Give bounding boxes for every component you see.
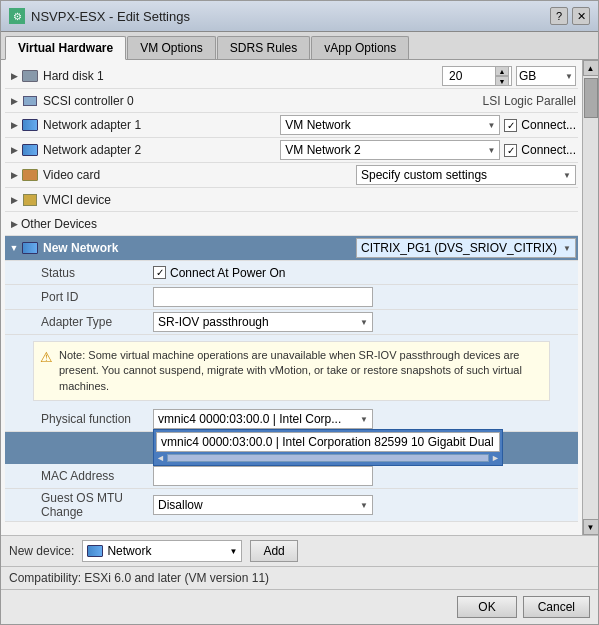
horizontal-scrollbar[interactable] (167, 454, 489, 462)
adapter-type-arrow: ▼ (360, 318, 368, 327)
other-devices-label: Other Devices (21, 217, 576, 231)
vmci-expand[interactable]: ▶ (7, 195, 21, 205)
physical-function-label: Physical function (33, 412, 153, 426)
vmci-icon (21, 193, 39, 207)
vertical-scrollbar: ▲ ▼ (582, 60, 598, 535)
content-area: ▶ Hard disk 1 20 ▲ ▼ GB ▼ (1, 60, 598, 535)
device-type-label: Network (107, 544, 151, 558)
scsi-controller-row: ▶ SCSI controller 0 LSI Logic Parallel (5, 89, 578, 113)
scsi-icon (21, 94, 39, 108)
scroll-right-arrow[interactable]: ► (491, 453, 500, 463)
adapter-type-row: Adapter Type SR-IOV passthrough ▼ (5, 310, 578, 335)
scroll-thumb[interactable] (584, 78, 598, 118)
app-icon: ⚙ (9, 8, 25, 24)
other-expand[interactable]: ▶ (7, 219, 21, 229)
bottom-device-bar: New device: Network ▼ Add (1, 535, 598, 566)
status-checkbox[interactable] (153, 266, 166, 279)
video-select[interactable]: Specify custom settings ▼ (356, 165, 576, 185)
net2-expand[interactable]: ▶ (7, 145, 21, 155)
net1-connect-label: Connect... (521, 118, 576, 132)
status-control: Connect At Power On (153, 266, 285, 280)
device-dropdown-arrow: ▼ (229, 547, 237, 556)
net2-checkbox[interactable] (504, 144, 517, 157)
physical-function-control: vmnic4 0000:03:00.0 | Intel Corp... ▼ vm… (153, 409, 373, 429)
net2-label: Network adapter 2 (43, 143, 280, 157)
hard-disk-label: Hard disk 1 (43, 69, 442, 83)
hard-disk-expand[interactable]: ▶ (7, 71, 21, 81)
title-bar-controls: ? ✕ (550, 7, 590, 25)
other-devices-row: ▶ Other Devices (5, 212, 578, 236)
mac-address-input[interactable] (153, 466, 373, 486)
tab-sdrs-rules[interactable]: SDRS Rules (217, 36, 310, 59)
new-network-label: New Network (43, 241, 356, 255)
net2-arrow: ▼ (487, 146, 495, 155)
net2-connect: Connect... (504, 143, 576, 157)
video-expand[interactable]: ▶ (7, 170, 21, 180)
vmci-label: VMCI device (43, 193, 576, 207)
hard-disk-row: ▶ Hard disk 1 20 ▲ ▼ GB ▼ (5, 64, 578, 89)
scsi-value: LSI Logic Parallel (483, 94, 576, 108)
scroll-track-area (584, 76, 598, 519)
spin-up[interactable]: ▲ (495, 66, 509, 76)
tab-vm-options[interactable]: VM Options (127, 36, 216, 59)
net2-select[interactable]: VM Network 2 ▼ (280, 140, 500, 160)
new-net-expand[interactable]: ▼ (7, 243, 21, 253)
new-network-select[interactable]: CITRIX_PG1 (DVS_SRIOV_CITRIX) ▼ (356, 238, 576, 258)
status-row: Status Connect At Power On (5, 261, 578, 285)
mac-address-row: MAC Address (5, 464, 578, 489)
video-arrow: ▼ (563, 171, 571, 180)
vmci-device-row: ▶ VMCI device (5, 188, 578, 212)
tab-virtual-hardware[interactable]: Virtual Hardware (5, 36, 126, 60)
port-id-input[interactable] (153, 287, 373, 307)
adapter-type-select[interactable]: SR-IOV passthrough ▼ (153, 312, 373, 332)
port-id-row: Port ID (5, 285, 578, 310)
guest-os-mtu-select[interactable]: Disallow ▼ (153, 495, 373, 515)
tab-vapp-options[interactable]: vApp Options (311, 36, 409, 59)
hard-disk-icon (21, 69, 39, 83)
net1-control: VM Network ▼ Connect... (280, 115, 576, 135)
new-network-control: CITRIX_PG1 (DVS_SRIOV_CITRIX) ▼ (356, 238, 576, 258)
unit-arrow: ▼ (565, 72, 573, 81)
spin-down[interactable]: ▼ (495, 76, 509, 86)
close-button[interactable]: ✕ (572, 7, 590, 25)
hard-disk-input[interactable]: 20 ▲ ▼ (442, 66, 512, 86)
video-control: Specify custom settings ▼ (356, 165, 576, 185)
video-card-row: ▶ Video card Specify custom settings ▼ (5, 163, 578, 188)
compatibility-bar: Compatibility: ESXi 6.0 and later (VM ve… (1, 566, 598, 589)
new-net-icon (21, 241, 39, 255)
net1-connect: Connect... (504, 118, 576, 132)
new-device-select[interactable]: Network ▼ (82, 540, 242, 562)
cancel-button[interactable]: Cancel (523, 596, 590, 618)
hardware-list: ▶ Hard disk 1 20 ▲ ▼ GB ▼ (1, 60, 582, 535)
scsi-label: SCSI controller 0 (43, 94, 475, 108)
net1-icon (21, 118, 39, 132)
note-box: ⚠ Note: Some virtual machine operations … (33, 341, 550, 401)
net1-select[interactable]: VM Network ▼ (280, 115, 500, 135)
ok-button[interactable]: OK (457, 596, 516, 618)
footer: OK Cancel (1, 589, 598, 624)
hard-disk-value: 20 (445, 69, 462, 83)
physical-function-row: Physical function vmnic4 0000:03:00.0 | … (5, 407, 578, 432)
net1-expand[interactable]: ▶ (7, 120, 21, 130)
scroll-up-button[interactable]: ▲ (583, 60, 599, 76)
net1-checkbox[interactable] (504, 119, 517, 132)
pf-dropdown-scrollbar: ◄ ► (156, 453, 500, 463)
video-label: Video card (43, 168, 356, 182)
scroll-down-button[interactable]: ▼ (583, 519, 599, 535)
guest-os-mtu-row: Guest OS MTU Change Disallow ▼ (5, 489, 578, 522)
help-button[interactable]: ? (550, 7, 568, 25)
hard-disk-unit[interactable]: GB ▼ (516, 66, 576, 86)
pf-arrow: ▼ (360, 415, 368, 424)
new-device-label: New device: (9, 544, 74, 558)
add-button[interactable]: Add (250, 540, 297, 562)
port-id-label: Port ID (33, 290, 153, 304)
pf-dropdown-option[interactable]: vmnic4 0000:03:00.0 | Intel Corporation … (156, 432, 500, 452)
status-label: Status (33, 266, 153, 280)
net2-connect-label: Connect... (521, 143, 576, 157)
physical-function-select[interactable]: vmnic4 0000:03:00.0 | Intel Corp... ▼ (153, 409, 373, 429)
net2-control: VM Network 2 ▼ Connect... (280, 140, 576, 160)
scsi-expand[interactable]: ▶ (7, 96, 21, 106)
hard-disk-spinner[interactable]: ▲ ▼ (495, 66, 509, 86)
scroll-left-arrow[interactable]: ◄ (156, 453, 165, 463)
network-adapter-2-row: ▶ Network adapter 2 VM Network 2 ▼ Conne… (5, 138, 578, 163)
